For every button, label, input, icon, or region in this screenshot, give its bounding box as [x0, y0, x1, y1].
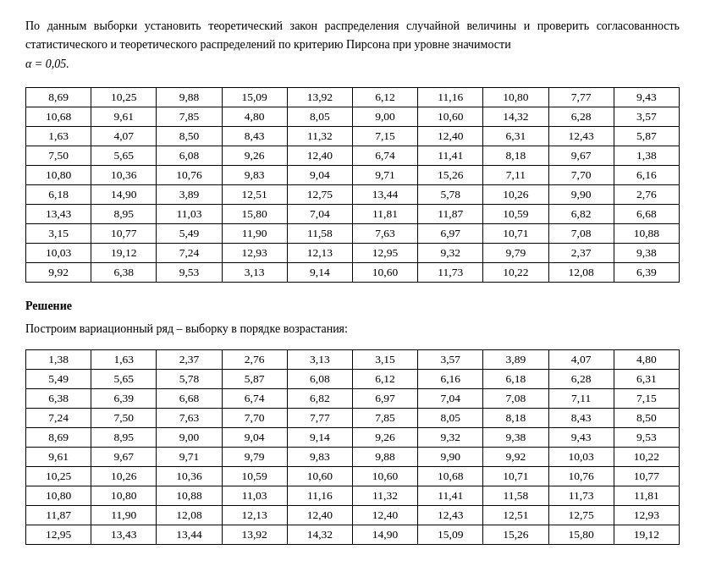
table-cell: 11,81 [352, 205, 417, 224]
table-cell: 9,90 [418, 447, 483, 466]
table-cell: 9,00 [352, 107, 417, 127]
table-cell: 14,32 [483, 107, 548, 127]
table-cell: 7,70 [222, 408, 287, 427]
table-cell: 9,43 [614, 88, 679, 107]
table-cell: 9,43 [548, 427, 614, 447]
table-cell: 10,26 [483, 185, 548, 205]
table-cell: 11,87 [26, 505, 91, 525]
table-cell: 15,09 [418, 525, 483, 544]
table-cell: 2,76 [614, 185, 679, 205]
table-cell: 1,38 [26, 349, 91, 369]
table-cell: 11,03 [222, 486, 287, 505]
table-cell: 10,60 [352, 263, 417, 283]
table-cell: 6,68 [157, 388, 222, 408]
table-cell: 11,16 [287, 486, 352, 505]
table-cell: 9,61 [26, 447, 91, 466]
sorted-data-table: 1,381,632,372,763,133,153,573,894,074,80… [25, 349, 680, 545]
table-cell: 10,36 [91, 166, 157, 185]
table-cell: 12,40 [287, 146, 352, 166]
table-cell: 11,73 [418, 263, 483, 283]
table-cell: 12,13 [287, 244, 352, 263]
table-cell: 7,85 [352, 408, 417, 427]
table-cell: 7,04 [287, 205, 352, 224]
table-cell: 19,12 [614, 525, 679, 544]
table-cell: 7,11 [483, 166, 548, 185]
table-cell: 8,05 [287, 107, 352, 127]
table-cell: 5,65 [91, 369, 157, 388]
table-cell: 5,78 [418, 185, 483, 205]
table-cell: 10,80 [26, 486, 91, 505]
table-cell: 7,50 [26, 146, 91, 166]
table-cell: 5,87 [222, 369, 287, 388]
table-cell: 11,16 [418, 88, 483, 107]
table-cell: 11,81 [614, 486, 679, 505]
table-cell: 8,18 [483, 408, 548, 427]
table-cell: 9,00 [157, 427, 222, 447]
table-cell: 12,51 [222, 185, 287, 205]
table-cell: 7,70 [548, 166, 614, 185]
table-cell: 10,68 [26, 107, 91, 127]
table-cell: 4,80 [614, 349, 679, 369]
table-cell: 14,32 [287, 525, 352, 544]
table-cell: 10,03 [26, 244, 91, 263]
table-cell: 5,87 [614, 127, 679, 146]
table-cell: 6,97 [418, 224, 483, 244]
table-cell: 9,67 [91, 447, 157, 466]
table-cell: 13,92 [287, 88, 352, 107]
table-cell: 6,18 [26, 185, 91, 205]
table-cell: 9,38 [483, 427, 548, 447]
table-cell: 9,79 [483, 244, 548, 263]
table-cell: 12,43 [548, 127, 614, 146]
table-cell: 10,71 [483, 466, 548, 486]
solution-title: Решение [25, 299, 680, 313]
table-cell: 9,32 [418, 244, 483, 263]
table-cell: 10,60 [418, 107, 483, 127]
table-cell: 4,80 [222, 107, 287, 127]
table-cell: 3,13 [222, 263, 287, 283]
table-cell: 6,68 [614, 205, 679, 224]
table-cell: 7,24 [157, 244, 222, 263]
table-cell: 6,39 [614, 263, 679, 283]
table-cell: 13,43 [26, 205, 91, 224]
table-cell: 5,49 [157, 224, 222, 244]
table-cell: 11,03 [157, 205, 222, 224]
table-cell: 10,60 [287, 466, 352, 486]
table-cell: 3,15 [352, 349, 417, 369]
table-cell: 6,38 [91, 263, 157, 283]
table-cell: 7,77 [548, 88, 614, 107]
table-cell: 1,63 [91, 349, 157, 369]
table-cell: 12,93 [222, 244, 287, 263]
table-cell: 9,53 [157, 263, 222, 283]
table-cell: 13,44 [352, 185, 417, 205]
table-cell: 3,57 [418, 349, 483, 369]
table-cell: 6,16 [418, 369, 483, 388]
table-cell: 6,16 [614, 166, 679, 185]
table-cell: 7,04 [418, 388, 483, 408]
table-cell: 8,69 [26, 88, 91, 107]
table-cell: 10,71 [483, 224, 548, 244]
table-cell: 6,38 [26, 388, 91, 408]
table-cell: 9,26 [352, 427, 417, 447]
table-cell: 7,63 [352, 224, 417, 244]
table-cell: 14,90 [352, 525, 417, 544]
table-cell: 6,74 [352, 146, 417, 166]
table-cell: 7,08 [483, 388, 548, 408]
table-cell: 9,71 [157, 447, 222, 466]
table-cell: 6,39 [91, 388, 157, 408]
table-cell: 9,61 [91, 107, 157, 127]
table-cell: 10,88 [157, 486, 222, 505]
table-cell: 2,37 [157, 349, 222, 369]
table-cell: 11,32 [352, 486, 417, 505]
table-cell: 6,28 [548, 107, 614, 127]
table-cell: 12,40 [352, 505, 417, 525]
table-cell: 10,80 [483, 88, 548, 107]
table-cell: 12,95 [26, 525, 91, 544]
table-cell: 8,50 [157, 127, 222, 146]
table-cell: 9,79 [222, 447, 287, 466]
table-cell: 12,40 [418, 127, 483, 146]
table-cell: 10,36 [157, 466, 222, 486]
table-cell: 5,49 [26, 369, 91, 388]
table-cell: 9,14 [287, 263, 352, 283]
table-cell: 10,25 [91, 88, 157, 107]
table-cell: 6,31 [483, 127, 548, 146]
